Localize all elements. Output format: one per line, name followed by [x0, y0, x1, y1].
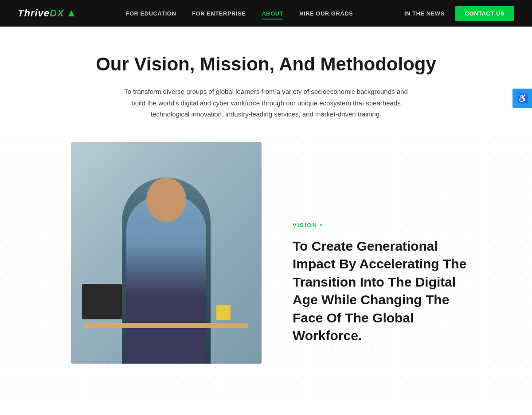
accessibility-icon: ♿: [517, 93, 528, 104]
person-image: [71, 142, 262, 364]
vision-heading: To Create Generational Impact By Acceler…: [293, 237, 470, 345]
vision-label: VISION: [293, 222, 497, 229]
nav-right: IN THE NEWS CONTACT US: [404, 6, 514, 21]
nav-links: FOR EDUCATION FOR ENTERPRISE ABOUT HIRE …: [125, 9, 353, 17]
nav-item-education[interactable]: FOR EDUCATION: [125, 9, 176, 17]
accessibility-button[interactable]: ♿: [512, 89, 532, 108]
person-body: [126, 195, 206, 364]
logo-dx: DX: [50, 8, 64, 19]
monitor-element: [82, 284, 122, 319]
nav-item-about[interactable]: ABOUT: [262, 9, 283, 17]
nav-link-enterprise[interactable]: FOR ENTERPRISE: [192, 10, 246, 17]
desk-element: [84, 323, 248, 328]
nav-item-hire[interactable]: HIRE OUR GRADS: [299, 9, 353, 17]
image-side: [0, 142, 266, 364]
hero-description: To transform diverse groups of global le…: [120, 86, 412, 120]
in-news-link[interactable]: IN THE NEWS: [404, 10, 445, 17]
nav-link-hire[interactable]: HIRE OUR GRADS: [299, 10, 353, 17]
content-section: VISION To Create Generational Impact By …: [0, 142, 532, 399]
text-side: VISION To Create Generational Impact By …: [266, 142, 532, 363]
navbar: ThriveDX FOR EDUCATION FOR ENTERPRISE AB…: [0, 0, 532, 27]
logo[interactable]: ThriveDX: [18, 8, 74, 19]
svg-marker-0: [68, 10, 74, 16]
contact-button[interactable]: CONTACT US: [455, 6, 514, 21]
mug-element: [216, 305, 231, 320]
logo-icon: [68, 10, 74, 16]
nav-link-about[interactable]: ABOUT: [262, 10, 283, 19]
nav-link-education[interactable]: FOR EDUCATION: [125, 10, 176, 17]
hero-section: Our Vision, Mission, And Methodology To …: [0, 27, 532, 133]
hero-title: Our Vision, Mission, And Methodology: [18, 53, 514, 75]
nav-item-enterprise[interactable]: FOR ENTERPRISE: [192, 9, 246, 17]
logo-text: ThriveDX: [18, 8, 74, 19]
